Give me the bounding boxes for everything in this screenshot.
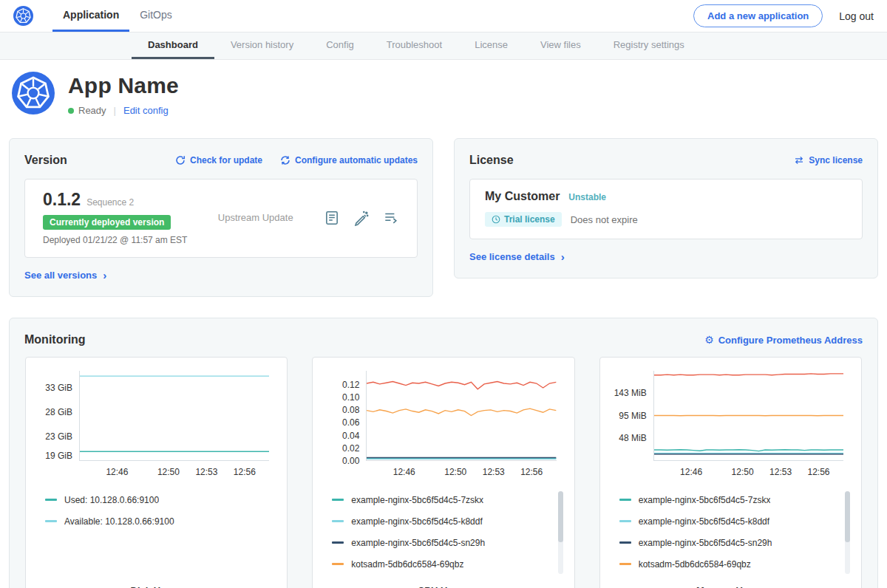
sync-license-label: Sync license bbox=[809, 155, 863, 165]
legend-item: example-nginx-5bc6f5d4c5-7zskx bbox=[332, 489, 547, 510]
legend-swatch-icon bbox=[45, 520, 57, 522]
tab-view-files[interactable]: View files bbox=[524, 33, 597, 59]
see-license-details-link[interactable]: See license details › bbox=[469, 251, 565, 262]
y-axis-labels: 0.120.100.080.060.040.020.00 bbox=[322, 371, 366, 461]
chart-line bbox=[367, 408, 556, 415]
legend-item: example-nginx-5bc6f5d4c5-k8ddf bbox=[332, 510, 547, 532]
legend-swatch-icon bbox=[619, 541, 631, 544]
app-header: App Name Ready | Edit config bbox=[0, 60, 887, 132]
app-subnav: Dashboard Version history Config Trouble… bbox=[0, 33, 887, 60]
configure-automatic-updates-label: Configure automatic updates bbox=[295, 155, 418, 165]
tab-troubleshoot[interactable]: Troubleshoot bbox=[370, 33, 458, 59]
deploy-logs-icon[interactable] bbox=[383, 210, 399, 226]
configure-prometheus-link[interactable]: ⚙ Configure Prometheus Address bbox=[704, 335, 863, 346]
legend-item: Available: 10.128.0.66:9100 bbox=[45, 510, 260, 532]
release-notes-icon[interactable] bbox=[324, 210, 340, 226]
monitoring-card: Monitoring ⚙ Configure Prometheus Addres… bbox=[9, 318, 878, 588]
y-axis-tick-label: 0.08 bbox=[342, 405, 359, 415]
configure-prometheus-label: Configure Prometheus Address bbox=[718, 335, 863, 346]
nav-tab-gitops[interactable]: GitOps bbox=[129, 0, 183, 32]
y-axis-tick-label: 33 GiB bbox=[45, 383, 72, 393]
scrollbar-thumb[interactable] bbox=[558, 491, 563, 542]
trial-license-badge: Trial license bbox=[485, 212, 562, 227]
see-all-versions-link[interactable]: See all versions › bbox=[24, 270, 106, 281]
chart-legend: Used: 10.128.0.66:9100Available: 10.128.… bbox=[45, 489, 260, 532]
legend-label: example-nginx-5bc6f5d4c5-k8ddf bbox=[351, 516, 482, 527]
legend-swatch-icon bbox=[332, 541, 344, 544]
preflight-checks-icon[interactable] bbox=[353, 210, 370, 226]
chart-line bbox=[654, 374, 843, 375]
legend-swatch-icon bbox=[332, 520, 344, 522]
sequence-label: Sequence 2 bbox=[86, 197, 134, 208]
y-axis-tick-label: 0.06 bbox=[342, 417, 359, 428]
see-all-versions-label: See all versions bbox=[24, 270, 97, 281]
chart-legend: example-nginx-5bc6f5d4c5-7zskxexample-ng… bbox=[619, 489, 835, 575]
check-for-update-link[interactable]: Check for update bbox=[175, 155, 262, 165]
x-axis-tick-label: 12:56 bbox=[808, 467, 830, 477]
legend-label: example-nginx-5bc6f5d4c5-7zskx bbox=[351, 495, 483, 505]
x-axis-tick-label: 12:56 bbox=[234, 467, 256, 477]
y-axis-tick-label: 19 GiB bbox=[45, 451, 72, 461]
primary-nav: Application GitOps bbox=[52, 0, 183, 32]
cpu-usage-plot bbox=[366, 371, 556, 461]
legend-label: example-nginx-5bc6f5d4c5-sn29h bbox=[639, 538, 772, 548]
divider: | bbox=[114, 105, 116, 116]
disk-usage-plot bbox=[79, 371, 269, 461]
sync-license-link[interactable]: Sync license bbox=[794, 155, 863, 165]
y-axis-tick-label: 143 MiB bbox=[614, 388, 647, 398]
edit-config-link[interactable]: Edit config bbox=[123, 105, 169, 116]
logout-link[interactable]: Log out bbox=[839, 0, 874, 32]
legend-label: example-nginx-5bc6f5d4c5-sn29h bbox=[351, 538, 485, 548]
sync-icon bbox=[794, 155, 804, 165]
y-axis-tick-label: 48 MiB bbox=[619, 433, 646, 443]
tab-dashboard[interactable]: Dashboard bbox=[132, 33, 214, 59]
license-card-title: License bbox=[469, 154, 514, 167]
chart-legend: example-nginx-5bc6f5d4c5-7zskxexample-ng… bbox=[332, 489, 547, 575]
y-axis-tick-label: 28 GiB bbox=[45, 407, 72, 417]
legend-label: Available: 10.128.0.66:9100 bbox=[64, 516, 174, 527]
legend-item: kotsadm-5db6dc6584-69qbz bbox=[619, 553, 835, 575]
chart-line bbox=[367, 382, 556, 389]
trial-license-label: Trial license bbox=[504, 214, 555, 225]
expiration-label: Does not expire bbox=[571, 214, 638, 225]
customer-name: My Customer bbox=[485, 190, 560, 203]
configure-automatic-updates-link[interactable]: Configure automatic updates bbox=[280, 155, 418, 165]
tab-license[interactable]: License bbox=[458, 33, 524, 59]
legend-label: Used: 10.128.0.66:9100 bbox=[64, 495, 159, 505]
version-card-title: Version bbox=[24, 154, 67, 167]
legend-swatch-icon bbox=[45, 499, 57, 501]
x-axis-labels: 12:4612:5012:5312:56 bbox=[366, 464, 556, 480]
y-axis-labels: 143 MiB95 MiB48 MiB bbox=[609, 371, 653, 461]
refresh-icon bbox=[175, 155, 186, 165]
kubernetes-logo-icon bbox=[13, 0, 33, 32]
app-logo-icon bbox=[12, 72, 55, 117]
page-title: App Name bbox=[68, 73, 179, 98]
top-navbar: Application GitOps Add a new application… bbox=[0, 0, 887, 33]
nav-spacer bbox=[183, 0, 693, 32]
scrollbar-thumb[interactable] bbox=[845, 491, 850, 542]
y-axis-labels: 33 GiB28 GiB23 GiB19 GiB bbox=[35, 371, 79, 461]
tab-config[interactable]: Config bbox=[310, 33, 370, 59]
legend-scrollbar[interactable] bbox=[845, 491, 850, 574]
legend-swatch-icon bbox=[332, 563, 344, 565]
chart-line bbox=[654, 450, 843, 451]
tab-version-history[interactable]: Version history bbox=[214, 33, 310, 59]
check-for-update-label: Check for update bbox=[190, 155, 262, 165]
monitoring-card-title: Monitoring bbox=[24, 333, 86, 346]
legend-scrollbar[interactable] bbox=[558, 491, 563, 574]
x-axis-tick-label: 12:46 bbox=[106, 467, 128, 477]
add-application-button[interactable]: Add a new application bbox=[693, 4, 823, 27]
dashboard-content: Version Check for update Con bbox=[0, 132, 887, 588]
tab-registry-settings[interactable]: Registry settings bbox=[597, 33, 701, 59]
nav-tab-application[interactable]: Application bbox=[52, 0, 129, 32]
clock-icon bbox=[492, 215, 500, 224]
version-number: 0.1.2 bbox=[43, 190, 81, 210]
status-ready-dot-icon bbox=[68, 108, 74, 114]
legend-label: kotsadm-5db6dc6584-69qbz bbox=[639, 559, 751, 570]
legend-swatch-icon bbox=[332, 499, 344, 501]
y-axis-tick-label: 0.10 bbox=[342, 392, 359, 403]
legend-item: example-nginx-5bc6f5d4c5-sn29h bbox=[332, 532, 547, 553]
legend-item: example-nginx-5bc6f5d4c5-k8ddf bbox=[619, 510, 835, 532]
legend-label: example-nginx-5bc6f5d4c5-k8ddf bbox=[639, 516, 769, 527]
y-axis-tick-label: 0.04 bbox=[342, 431, 359, 441]
